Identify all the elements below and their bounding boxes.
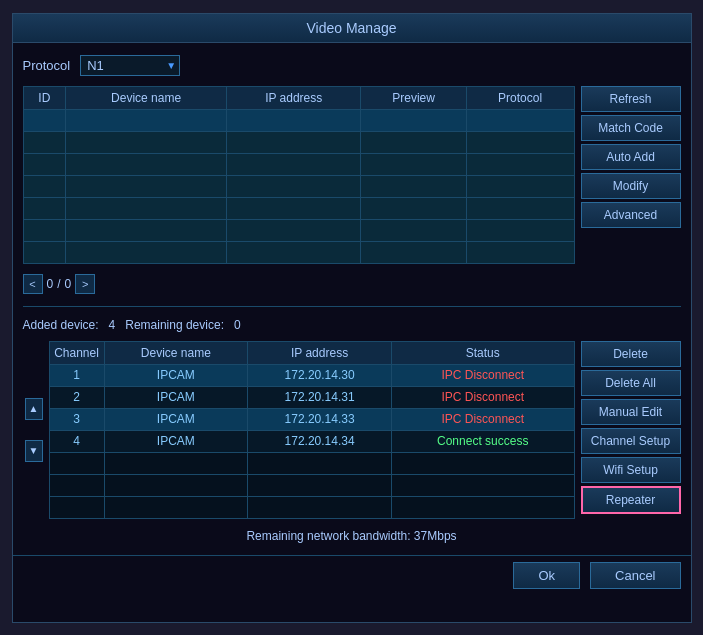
page-separator: /: [57, 277, 60, 291]
col-header-device-name: Device name: [66, 86, 227, 109]
top-table-row[interactable]: [23, 197, 574, 219]
prev-page-button[interactable]: <: [23, 274, 43, 294]
bandwidth-row: Remaining network bandwidth: 37Mbps: [23, 525, 681, 547]
modify-button[interactable]: Modify: [581, 173, 681, 199]
section-divider: [23, 306, 681, 307]
bottom-table-row[interactable]: 2IPCAM172.20.14.31IPC Disconnect: [49, 386, 574, 408]
protocol-label: Protocol: [23, 58, 71, 73]
repeater-button[interactable]: Repeater: [581, 486, 681, 514]
top-section: ID Device name IP address Preview Protoc…: [23, 86, 681, 264]
top-table-area: ID Device name IP address Preview Protoc…: [23, 86, 575, 264]
col-header-protocol: Protocol: [466, 86, 574, 109]
dialog-title: Video Manage: [13, 14, 691, 43]
move-up-button[interactable]: ▲: [25, 398, 43, 420]
device-search-table: ID Device name IP address Preview Protoc…: [23, 86, 575, 264]
move-down-button[interactable]: ▼: [25, 440, 43, 462]
page-total: 0: [65, 277, 72, 291]
wifi-setup-button[interactable]: Wifi Setup: [581, 457, 681, 483]
top-table-row[interactable]: [23, 175, 574, 197]
top-table-row[interactable]: [23, 219, 574, 241]
added-device-table: Channel Device name IP address Status 1I…: [49, 341, 575, 519]
col-header-ip-address: IP address: [226, 86, 361, 109]
bottom-section: ▲ ▼ Channel Device name IP address Statu…: [23, 341, 681, 519]
top-table-row[interactable]: [23, 109, 574, 131]
bottom-table-row[interactable]: 1IPCAM172.20.14.30IPC Disconnect: [49, 364, 574, 386]
dialog-footer: Ok Cancel: [13, 555, 691, 595]
col-header-preview: Preview: [361, 86, 466, 109]
match-code-button[interactable]: Match Code: [581, 115, 681, 141]
protocol-select-wrapper[interactable]: N1 ▼: [80, 55, 180, 76]
protocol-row: Protocol N1 ▼: [23, 51, 681, 80]
added-label: Added device:: [23, 318, 99, 332]
video-manage-dialog: Video Manage Protocol N1 ▼ ID Device nam…: [12, 13, 692, 623]
col-header-status: Status: [391, 341, 574, 364]
remaining-count: 0: [234, 318, 241, 332]
bottom-table-wrap: ▲ ▼ Channel Device name IP address Statu…: [23, 341, 575, 519]
col-header-channel: Channel: [49, 341, 104, 364]
ok-button[interactable]: Ok: [513, 562, 580, 589]
cancel-button[interactable]: Cancel: [590, 562, 680, 589]
pagination: < 0 / 0 >: [23, 270, 681, 298]
top-buttons: Refresh Match Code Auto Add Modify Advan…: [581, 86, 681, 264]
bottom-table-row[interactable]: [49, 452, 574, 474]
top-table-row[interactable]: [23, 241, 574, 263]
delete-button[interactable]: Delete: [581, 341, 681, 367]
page-current: 0: [47, 277, 54, 291]
top-table-row[interactable]: [23, 153, 574, 175]
next-page-button[interactable]: >: [75, 274, 95, 294]
delete-all-button[interactable]: Delete All: [581, 370, 681, 396]
added-count: 4: [109, 318, 116, 332]
bandwidth-label: Remaining network bandwidth:: [246, 529, 410, 543]
device-info-row: Added device: 4 Remaining device: 0: [23, 315, 681, 335]
bottom-table-row[interactable]: 4IPCAM172.20.14.34Connect success: [49, 430, 574, 452]
auto-add-button[interactable]: Auto Add: [581, 144, 681, 170]
bottom-table-row[interactable]: [49, 474, 574, 496]
col-header-ip-address-2: IP address: [248, 341, 392, 364]
top-table-row[interactable]: [23, 131, 574, 153]
col-header-device-name-2: Device name: [104, 341, 248, 364]
protocol-select[interactable]: N1: [80, 55, 180, 76]
bottom-buttons: Delete Delete All Manual Edit Channel Se…: [581, 341, 681, 519]
manual-edit-button[interactable]: Manual Edit: [581, 399, 681, 425]
bottom-table-row[interactable]: [49, 496, 574, 518]
remaining-label: Remaining device:: [125, 318, 224, 332]
col-header-id: ID: [23, 86, 66, 109]
refresh-button[interactable]: Refresh: [581, 86, 681, 112]
channel-setup-button[interactable]: Channel Setup: [581, 428, 681, 454]
side-arrows: ▲ ▼: [23, 341, 45, 519]
advanced-button[interactable]: Advanced: [581, 202, 681, 228]
bottom-table-row[interactable]: 3IPCAM172.20.14.33IPC Disconnect: [49, 408, 574, 430]
bandwidth-value: 37Mbps: [414, 529, 457, 543]
